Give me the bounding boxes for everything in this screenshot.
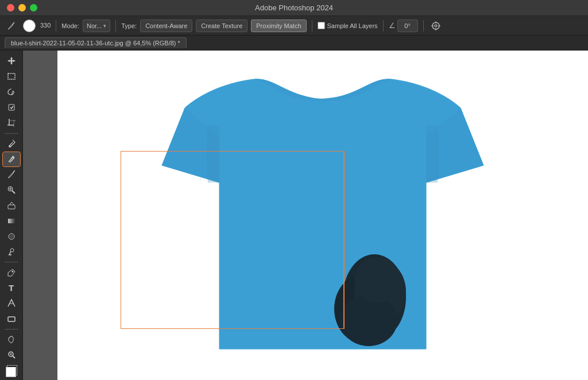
angle-input[interactable] <box>397 20 418 32</box>
brush-size: 330 <box>40 22 51 29</box>
mode-label: Mode: <box>61 22 79 29</box>
tool-eyedropper[interactable] <box>3 137 20 151</box>
main-area: T <box>0 51 588 380</box>
create-texture-button[interactable]: Create Texture <box>196 20 247 32</box>
tshirt-svg <box>57 51 588 380</box>
type-label: Type: <box>121 22 137 29</box>
tool-shape[interactable] <box>3 312 20 326</box>
sample-all-layers-checkbox[interactable] <box>318 22 325 29</box>
tool-blur[interactable] <box>3 229 20 243</box>
brush-tool-icon <box>5 19 18 33</box>
options-bar: 330 Mode: Nor... Type: Content-Aware Cre… <box>0 16 588 36</box>
tool-spot-healing[interactable] <box>3 152 20 166</box>
tool-move[interactable] <box>3 54 20 68</box>
app-title: Adobe Photoshop 2024 <box>255 3 333 12</box>
proximity-match-button[interactable]: Proximity Match <box>251 20 306 32</box>
svg-line-17 <box>13 170 15 172</box>
divider <box>383 20 384 32</box>
svg-rect-10 <box>9 104 14 110</box>
svg-point-2 <box>435 25 437 27</box>
canvas-area <box>23 51 588 380</box>
svg-rect-22 <box>8 219 15 223</box>
content-aware-button[interactable]: Content-Aware <box>140 20 192 32</box>
svg-rect-21 <box>8 205 15 209</box>
title-bar: Adobe Photoshop 2024 <box>0 0 588 16</box>
svg-rect-8 <box>8 73 15 79</box>
angle-icon: ∠ <box>389 21 396 30</box>
sample-all-layers-label[interactable]: Sample All Layers <box>318 22 378 29</box>
tool-hand[interactable] <box>3 332 20 347</box>
tool-pen[interactable] <box>3 265 20 280</box>
target-icon[interactable] <box>429 19 443 33</box>
tool-dodge[interactable] <box>3 245 20 259</box>
tool-type[interactable]: T <box>3 281 20 295</box>
canvas-image[interactable] <box>57 51 588 380</box>
svg-rect-30 <box>8 317 15 321</box>
svg-marker-7 <box>7 57 16 65</box>
sample-all-layers-text: Sample All Layers <box>327 22 378 29</box>
document-tab[interactable]: blue-t-shirt-2022-11-05-02-11-36-utc.jpg… <box>0 36 588 51</box>
mode-dropdown[interactable]: Nor... <box>83 20 110 32</box>
divider <box>115 20 116 32</box>
window-controls <box>7 4 37 11</box>
svg-point-28 <box>11 270 13 272</box>
divider <box>312 20 312 32</box>
document-tab-label: blue-t-shirt-2022-11-05-02-11-36-utc.jpg… <box>5 37 187 48</box>
tool-gradient[interactable] <box>3 214 20 228</box>
tool-lasso[interactable] <box>3 85 20 99</box>
tool-object-select[interactable] <box>3 100 20 115</box>
minimize-button[interactable] <box>18 4 26 11</box>
tool-marquee[interactable] <box>3 69 20 84</box>
toolbar-divider <box>5 262 18 262</box>
toolbar-divider <box>5 133 18 134</box>
svg-line-26 <box>9 251 11 255</box>
divider <box>56 20 56 32</box>
svg-line-32 <box>13 356 15 358</box>
tool-eraser[interactable] <box>3 198 20 212</box>
svg-line-0 <box>13 22 14 24</box>
svg-point-23 <box>9 234 14 239</box>
svg-point-40 <box>354 257 400 303</box>
color-chips[interactable] <box>3 365 20 378</box>
divider <box>423 20 424 32</box>
angle-field: ∠ <box>389 20 418 32</box>
maximize-button[interactable] <box>30 4 37 11</box>
toolbar: T <box>0 51 23 380</box>
toolbar-divider <box>5 329 18 329</box>
tool-clone-stamp[interactable] <box>3 183 20 197</box>
brush-preview[interactable] <box>22 18 37 33</box>
tool-brush[interactable] <box>3 168 20 182</box>
tool-crop[interactable] <box>3 116 20 130</box>
close-button[interactable] <box>7 4 14 11</box>
tool-path-select[interactable] <box>3 296 20 311</box>
svg-point-24 <box>10 235 13 238</box>
svg-point-39 <box>340 294 397 346</box>
tool-zoom[interactable] <box>3 348 20 362</box>
